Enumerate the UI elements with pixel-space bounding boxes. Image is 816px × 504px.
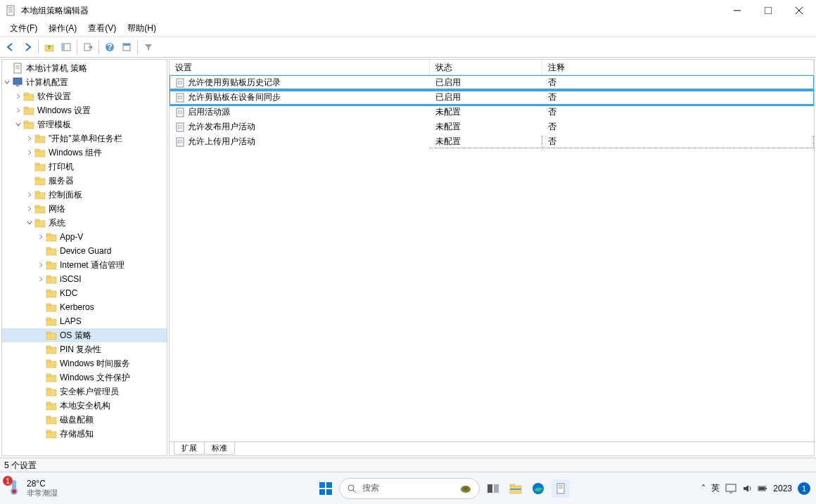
up-button[interactable]	[42, 39, 57, 55]
network-icon[interactable]	[725, 484, 737, 493]
tree-caret[interactable]	[36, 274, 46, 284]
help-button[interactable]: ?	[102, 39, 117, 55]
tree-caret[interactable]	[36, 232, 46, 242]
list-row[interactable]: 允许使用剪贴板历史记录已启用否	[170, 75, 814, 90]
tree-caret[interactable]	[13, 119, 23, 129]
status-bar: 5 个设置	[0, 458, 816, 472]
tree-item-device-guard[interactable]: Device Guard	[2, 244, 167, 258]
tree-item-laps[interactable]: LAPS	[2, 314, 167, 328]
show-hide-tree-button[interactable]	[58, 39, 74, 55]
svg-rect-33	[35, 179, 45, 185]
tree-item-本地安全机构[interactable]: 本地安全机构	[2, 399, 167, 413]
setting-comment: 否	[542, 77, 814, 89]
menu-file[interactable]: 文件(F)	[4, 21, 43, 36]
taskbar-search[interactable]: 搜索	[339, 478, 480, 499]
svg-rect-21	[24, 94, 34, 101]
tree-pane[interactable]: 本地计算机 策略计算机配置软件设置Windows 设置管理模板"开始"菜单和任务…	[1, 59, 167, 456]
tree-item-windows-文件保护[interactable]: Windows 文件保护	[2, 370, 167, 385]
tree-item-kdc[interactable]: KDC	[2, 286, 167, 300]
tree-root[interactable]: 本地计算机 策略	[2, 61, 167, 75]
tree-windows-components[interactable]: Windows 组件	[2, 146, 167, 160]
filter-button[interactable]	[141, 39, 156, 55]
forward-button[interactable]	[20, 39, 35, 55]
svg-point-106	[464, 486, 468, 491]
tree-admin-templates[interactable]: 管理模板	[2, 117, 167, 131]
system-tray[interactable]: ˄ 英 2023 1	[701, 482, 810, 495]
menu-help[interactable]: 帮助(H)	[122, 21, 162, 36]
tree-item-app-v[interactable]: App-V	[2, 230, 167, 244]
tree-caret[interactable]	[25, 148, 34, 157]
tree-item-kerberos[interactable]: Kerberos	[2, 300, 167, 314]
tree-caret[interactable]	[25, 204, 34, 214]
svg-rect-81	[177, 108, 184, 117]
properties-button[interactable]	[119, 39, 134, 55]
edge-button[interactable]	[529, 479, 547, 498]
tree-caret[interactable]	[25, 190, 34, 200]
menu-view[interactable]: 查看(V)	[82, 21, 122, 36]
tree-caret[interactable]	[25, 134, 34, 143]
col-state[interactable]: 状态	[430, 60, 542, 75]
explorer-button[interactable]	[506, 479, 525, 498]
tree-software-settings[interactable]: 软件设置	[2, 89, 167, 103]
menu-action[interactable]: 操作(A)	[43, 21, 82, 36]
tree-caret[interactable]	[13, 91, 23, 101]
svg-rect-113	[557, 484, 564, 493]
tree-caret[interactable]	[36, 260, 46, 270]
svg-rect-32	[35, 163, 39, 165]
notification-badge[interactable]: 1	[798, 482, 810, 495]
tree-printers[interactable]: 打印机	[2, 160, 167, 174]
tree-system[interactable]: 系统	[2, 216, 167, 230]
tree-label: 管理模板	[37, 119, 71, 131]
tree-start-menu[interactable]: "开始"菜单和任务栏	[2, 131, 167, 146]
volume-icon[interactable]	[742, 484, 752, 493]
setting-name: 启用活动源	[188, 106, 230, 118]
tree-label: 控制面板	[49, 189, 82, 201]
tree-control-panel[interactable]: 控制面板	[2, 188, 167, 202]
tray-lang[interactable]: 英	[711, 482, 720, 494]
col-comment[interactable]: 注释	[542, 60, 814, 75]
svg-point-78	[178, 98, 179, 99]
titlebar: 本地组策略编辑器	[0, 0, 816, 21]
start-button[interactable]	[317, 479, 335, 498]
close-button[interactable]	[784, 0, 815, 21]
back-button[interactable]	[3, 39, 18, 55]
tree-windows-settings[interactable]: Windows 设置	[2, 103, 167, 117]
tree-servers[interactable]: 服务器	[2, 174, 167, 188]
col-setting[interactable]: 设置	[170, 60, 430, 75]
weather-widget[interactable]: 1 28°C 非常潮湿	[6, 479, 58, 498]
tree-item-windows-时间服务[interactable]: Windows 时间服务	[2, 356, 167, 370]
export-button[interactable]	[80, 39, 96, 55]
tree-computer-config[interactable]: 计算机配置	[2, 75, 167, 89]
tree-caret[interactable]	[13, 105, 23, 115]
maximize-button[interactable]	[753, 0, 784, 21]
svg-rect-50	[46, 290, 51, 292]
tab-standard[interactable]: 标准	[204, 442, 235, 455]
gpedit-taskbar-button[interactable]	[552, 479, 570, 498]
tree-label: Windows 组件	[49, 147, 102, 159]
tree-item-磁盘配额[interactable]: 磁盘配额	[2, 413, 167, 427]
list-row[interactable]: 启用活动源未配置否	[170, 105, 814, 119]
tree-item-iscsi[interactable]: iSCSI	[2, 272, 167, 286]
minimize-button[interactable]	[722, 0, 753, 21]
list-row[interactable]: 允许剪贴板在设备间同步已启用否	[170, 90, 814, 105]
battery-icon[interactable]	[758, 484, 767, 493]
tree-item-安全帐户管理员[interactable]: 安全帐户管理员	[2, 385, 167, 399]
tree-item-os-策略[interactable]: OS 策略	[2, 328, 167, 342]
list-body[interactable]: 允许使用剪贴板历史记录已启用否允许剪贴板在设备间同步已启用否启用活动源未配置否允…	[170, 75, 814, 441]
tab-extended[interactable]: 扩展	[174, 442, 205, 455]
tree-label: App-V	[60, 232, 83, 242]
list-row[interactable]: 允许发布用户活动未配置否	[170, 119, 814, 134]
tree-caret[interactable]	[2, 77, 12, 87]
svg-rect-49	[46, 291, 56, 297]
tree-item-存储感知[interactable]: 存储感知	[2, 427, 167, 441]
tray-chevron-icon[interactable]: ˄	[701, 484, 706, 493]
tree-label: 服务器	[49, 175, 74, 187]
list-row[interactable]: 允许上传用户活动未配置否	[170, 134, 814, 149]
svg-rect-68	[46, 416, 51, 418]
tray-time[interactable]: 2023	[773, 484, 792, 493]
tree-item-internet-通信管理[interactable]: Internet 通信管理	[2, 258, 167, 272]
tree-network[interactable]: 网络	[2, 202, 167, 216]
tree-caret[interactable]	[25, 218, 34, 228]
tree-item-pin-复杂性[interactable]: PIN 复杂性	[2, 342, 167, 356]
taskview-button[interactable]	[484, 479, 502, 498]
